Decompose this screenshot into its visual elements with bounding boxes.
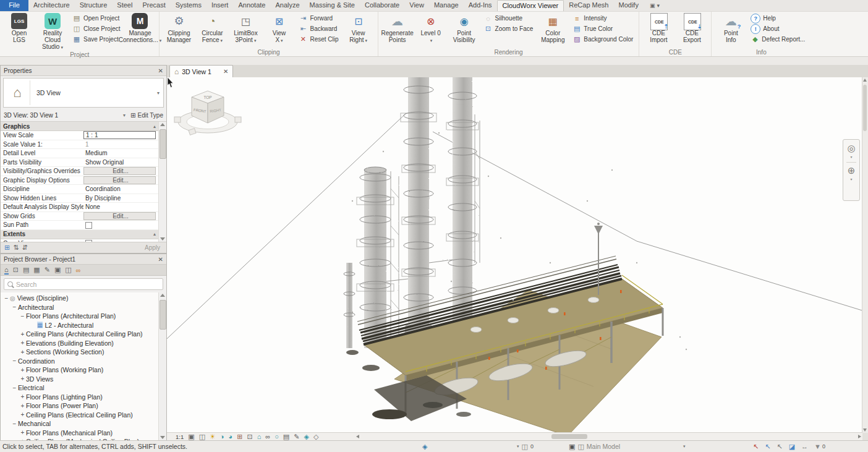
select-links-icon[interactable]: ↖ xyxy=(753,443,759,450)
tab-cloudworx-viewer[interactable]: CloudWorx Viewer xyxy=(497,0,564,11)
sun-path-icon[interactable]: ☀ xyxy=(210,433,216,440)
collapse-icon[interactable]: − xyxy=(19,313,26,320)
table-view-icon[interactable]: ▦ xyxy=(33,266,40,274)
expand-icon[interactable]: + xyxy=(19,339,26,346)
point-info-button[interactable]: ☁? PointInfo xyxy=(714,12,747,43)
expand-icon[interactable]: + xyxy=(19,367,26,373)
search-input[interactable]: Search xyxy=(4,278,163,290)
scroll-right-icon[interactable] xyxy=(858,435,861,438)
tab-annotate[interactable]: Annotate xyxy=(233,0,270,11)
project-browser-title-bar[interactable]: Project Browser - Project1 ✕ xyxy=(1,254,166,265)
scrollbar-thumb[interactable] xyxy=(160,300,166,330)
ribbon-display-toggle[interactable]: ▣ ▾ xyxy=(650,0,660,11)
view-tab-3d-view-1[interactable]: ⌂ 3D View 1 ✕ xyxy=(169,65,233,77)
tree-item[interactable]: −Electrical xyxy=(2,383,158,393)
worksharing-status[interactable]: ◈ xyxy=(422,441,427,452)
properties-title-bar[interactable]: Properties ✕ xyxy=(1,66,166,76)
scroll-up-icon[interactable] xyxy=(863,79,867,82)
silhouette-button[interactable]: ◌ Silhouette xyxy=(481,13,537,23)
clipping-manager-button[interactable]: ⚙ ClippingManager xyxy=(162,12,195,43)
tree-item[interactable]: +Sections (Working Section) xyxy=(2,348,158,357)
expand-icon[interactable]: + xyxy=(19,411,26,418)
select-by-face-icon[interactable]: ◪ xyxy=(789,443,795,450)
cde-import-button[interactable]: CDE⇡ CDEImport xyxy=(642,12,675,43)
tab-insert[interactable]: Insert xyxy=(206,0,234,11)
link-icon[interactable]: ∞ xyxy=(76,267,81,274)
tab-modify[interactable]: Modify xyxy=(613,0,643,11)
tree-item[interactable]: +Floor Plans (Mechanical Plan) xyxy=(2,429,158,438)
intensity-button[interactable]: ≡ Intensity xyxy=(569,13,636,23)
worksharing-display-icon[interactable]: ▤ xyxy=(283,433,289,440)
backward-button[interactable]: ⇤ Backward xyxy=(296,23,341,34)
chevron-down-icon[interactable]: ▾ xyxy=(850,177,852,181)
tree-item[interactable]: −Floor Plans (Architectural Plan) xyxy=(2,312,158,321)
collapse-icon[interactable]: ▴ xyxy=(153,124,156,129)
tab-steel[interactable]: Steel xyxy=(112,0,137,11)
analytical-model-icon[interactable]: ◈ xyxy=(304,433,308,440)
view-right-button[interactable]: ⊡ ViewRight▾ xyxy=(342,12,375,44)
expand-icon[interactable]: + xyxy=(19,393,26,400)
steering-wheel-icon[interactable]: ◎ xyxy=(847,143,855,153)
scroll-up-icon[interactable] xyxy=(160,294,165,297)
crop-region-icon[interactable]: ⊡ xyxy=(247,433,252,440)
background-color-button[interactable]: ▨ Background Color xyxy=(569,34,636,45)
tab-massing-site[interactable]: Massing & Site xyxy=(305,0,360,11)
expand-icon[interactable]: + xyxy=(19,375,26,382)
edit-type-button[interactable]: ⊞ Edit Type xyxy=(130,112,163,119)
filter-properties-icon[interactable]: ⊞ xyxy=(4,244,10,252)
home-icon[interactable]: ⌂ xyxy=(4,266,9,275)
point-visibility-button[interactable]: ◉ PointVisibility xyxy=(448,12,481,43)
tab-architecture[interactable]: Architecture xyxy=(28,0,75,11)
collapse-icon[interactable]: ▴ xyxy=(153,231,156,237)
type-selector[interactable]: ⌂ 3D View ▾ xyxy=(3,78,164,108)
shadows-icon[interactable]: ◑ xyxy=(220,433,224,440)
true-color-button[interactable]: ▤ True Color xyxy=(569,23,636,34)
tab-systems[interactable]: Systems xyxy=(171,0,206,11)
forward-button[interactable]: ⇥ Forward xyxy=(296,13,341,23)
chevron-down-icon[interactable]: ▾ xyxy=(157,90,163,96)
edit-icon[interactable]: ✎ xyxy=(45,266,50,274)
close-icon[interactable]: ✕ xyxy=(158,67,163,74)
chevron-down-icon[interactable]: ▾ xyxy=(123,113,126,118)
doc-icon[interactable]: ◫ xyxy=(65,266,71,274)
sun-path-checkbox[interactable] xyxy=(83,221,158,229)
tree-item[interactable]: −Mechanical xyxy=(2,419,158,429)
visual-style-icon[interactable]: ◫ xyxy=(199,433,205,440)
show-hidden-lines-value[interactable]: By Discipline xyxy=(83,195,158,202)
select-underlay-icon[interactable]: ↖ xyxy=(765,443,770,450)
cde-export-button[interactable]: CDE⇣ CDEExport xyxy=(675,12,708,43)
tree-item[interactable]: +Floor Plans (Power Plan) xyxy=(2,401,158,411)
tab-manage[interactable]: Manage xyxy=(429,0,464,11)
list-view-icon[interactable]: ▤ xyxy=(23,266,29,274)
tree-item[interactable]: +3D Views xyxy=(2,375,158,384)
tab-file[interactable]: File xyxy=(0,0,28,11)
tree-item[interactable]: +Floor Plans (Lighting Plan) xyxy=(2,393,158,402)
tab-addins[interactable]: Add-Ins xyxy=(464,0,497,11)
detail-level-value[interactable]: Medium xyxy=(83,150,158,156)
detail-level-icon[interactable]: ▣ xyxy=(188,433,194,440)
vg-overrides-edit-button[interactable]: Edit... xyxy=(83,167,156,175)
collapse-icon[interactable]: − xyxy=(11,420,18,427)
tab-precast[interactable]: Precast xyxy=(137,0,170,11)
reality-cloud-studio-button[interactable]: W Reality CloudStudio▾ xyxy=(36,12,69,51)
collapse-icon[interactable]: − xyxy=(11,357,18,364)
section-graphics[interactable]: Graphics ▴ xyxy=(1,122,158,131)
help-button[interactable]: ? Help xyxy=(747,13,808,23)
expand-icon[interactable]: + xyxy=(19,331,26,338)
design-option-selector[interactable]: ▣ ◫ Main Model xyxy=(569,441,620,452)
open-project-button[interactable]: ▤ Open Project xyxy=(69,13,123,23)
scrollbar-thumb[interactable] xyxy=(160,129,166,159)
scroll-up-icon[interactable] xyxy=(160,123,165,126)
hide-isolate-icon[interactable]: ∞ xyxy=(265,433,270,440)
level-0-button[interactable]: ⊗ Level 0▾ xyxy=(414,12,448,44)
rendering-dialog-icon[interactable]: ◕ xyxy=(229,433,233,440)
instance-selector[interactable]: 3D View: 3D View 1 ▾ ⊞ Edit Type xyxy=(1,109,166,121)
sort-descending-icon[interactable]: ⇵ xyxy=(22,244,27,252)
scroll-down-icon[interactable] xyxy=(160,237,165,241)
tab-analyze[interactable]: Analyze xyxy=(270,0,304,11)
color-mapping-button[interactable]: ▦ ColorMapping xyxy=(536,12,569,43)
tree-scrollbar[interactable] xyxy=(158,292,166,440)
discipline-value[interactable]: Coordination xyxy=(83,185,158,192)
model-canvas[interactable]: TOP FRONT RIGHT ◎ ▾ ⊕ ▾ xyxy=(167,77,862,433)
collapse-icon[interactable]: − xyxy=(3,295,10,302)
